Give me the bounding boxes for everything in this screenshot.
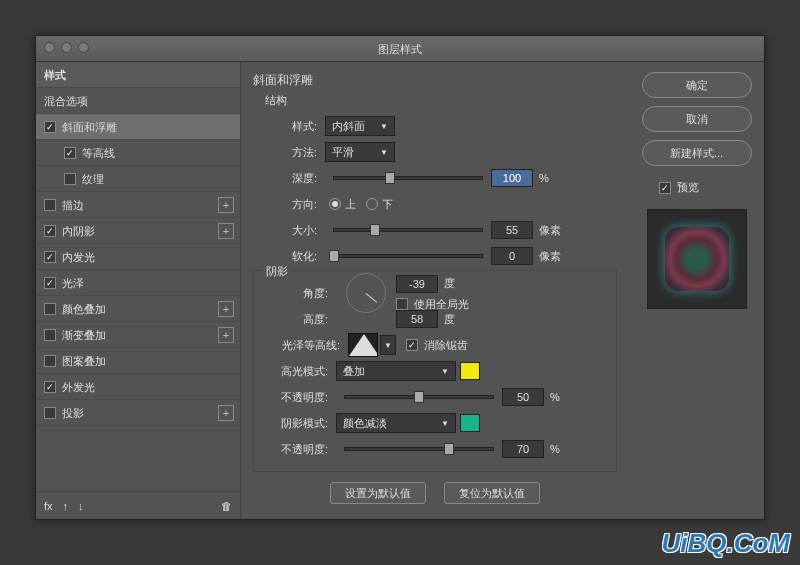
- effect-checkbox[interactable]: [44, 277, 56, 289]
- size-slider[interactable]: [333, 228, 483, 232]
- watermark: UiBQ.CoM: [661, 528, 790, 559]
- new-style-button[interactable]: 新建样式...: [642, 140, 752, 166]
- contour-dropdown[interactable]: ▼: [380, 335, 396, 355]
- preview-checkbox[interactable]: [659, 182, 671, 194]
- effects-sidebar: 样式混合选项斜面和浮雕等高线纹理描边+内阴影+内发光光泽颜色叠加+渐变叠加+图案…: [36, 62, 241, 519]
- arrow-down-icon[interactable]: ↓: [78, 500, 84, 512]
- highlight-opacity-input[interactable]: 50: [502, 388, 544, 406]
- soften-input[interactable]: 0: [491, 247, 533, 265]
- add-effect-icon[interactable]: +: [218, 327, 234, 343]
- effect-item[interactable]: 纹理: [36, 166, 240, 192]
- effect-item[interactable]: 渐变叠加+: [36, 322, 240, 348]
- style-select[interactable]: 内斜面▼: [325, 116, 395, 136]
- trash-icon[interactable]: 🗑: [221, 500, 232, 512]
- add-effect-icon[interactable]: +: [218, 197, 234, 213]
- angle-input[interactable]: -39: [396, 275, 438, 293]
- effect-item[interactable]: 外发光: [36, 374, 240, 400]
- effect-checkbox[interactable]: [44, 251, 56, 263]
- angle-dial[interactable]: [346, 273, 386, 313]
- shadow-mode-select[interactable]: 颜色减淡▼: [336, 413, 456, 433]
- antialias-checkbox[interactable]: [406, 339, 418, 351]
- effect-item[interactable]: 光泽: [36, 270, 240, 296]
- effect-checkbox[interactable]: [64, 173, 76, 185]
- effect-checkbox[interactable]: [44, 381, 56, 393]
- highlight-color-swatch[interactable]: [460, 362, 480, 380]
- effect-label: 光泽: [62, 270, 84, 296]
- highlight-opacity-slider[interactable]: [344, 395, 494, 399]
- add-effect-icon[interactable]: +: [218, 223, 234, 239]
- blend-options[interactable]: 混合选项: [36, 88, 240, 114]
- effect-item[interactable]: 颜色叠加+: [36, 296, 240, 322]
- depth-slider[interactable]: [333, 176, 483, 180]
- direction-up-radio[interactable]: [329, 198, 341, 210]
- shadow-opacity-slider[interactable]: [344, 447, 494, 451]
- contour-picker[interactable]: [348, 333, 378, 357]
- right-panel: 确定 取消 新建样式... 预览: [629, 62, 764, 519]
- global-light-checkbox[interactable]: [396, 298, 408, 310]
- effect-checkbox[interactable]: [44, 407, 56, 419]
- effect-checkbox[interactable]: [44, 121, 56, 133]
- shadow-opacity-input[interactable]: 70: [502, 440, 544, 458]
- titlebar[interactable]: 图层样式: [36, 36, 764, 62]
- altitude-label: 高度:: [264, 312, 328, 327]
- window-controls[interactable]: [44, 42, 89, 53]
- method-select[interactable]: 平滑▼: [325, 142, 395, 162]
- effect-label: 斜面和浮雕: [62, 114, 117, 140]
- chevron-down-icon: ▼: [441, 367, 449, 376]
- effect-item[interactable]: 斜面和浮雕: [36, 114, 240, 140]
- depth-input[interactable]: 100: [491, 169, 533, 187]
- effect-checkbox[interactable]: [44, 355, 56, 367]
- effect-label: 颜色叠加: [62, 296, 106, 322]
- highlight-mode-select[interactable]: 叠加▼: [336, 361, 456, 381]
- cancel-button[interactable]: 取消: [642, 106, 752, 132]
- effect-label: 投影: [62, 400, 84, 426]
- dialog-title: 图层样式: [378, 43, 422, 55]
- fx-label[interactable]: fx: [44, 500, 53, 512]
- effect-item[interactable]: 内阴影+: [36, 218, 240, 244]
- effect-item[interactable]: 图案叠加: [36, 348, 240, 374]
- effect-item[interactable]: 内发光: [36, 244, 240, 270]
- effect-item[interactable]: 投影+: [36, 400, 240, 426]
- main-panel: 斜面和浮雕 结构 样式: 内斜面▼ 方法: 平滑▼ 深度: 100 % 方向: …: [241, 62, 629, 519]
- size-label: 大小:: [253, 223, 317, 238]
- soften-label: 软化:: [253, 249, 317, 264]
- effect-item[interactable]: 描边+: [36, 192, 240, 218]
- effect-label: 内阴影: [62, 218, 95, 244]
- add-effect-icon[interactable]: +: [218, 301, 234, 317]
- effect-checkbox[interactable]: [44, 329, 56, 341]
- structure-title: 结构: [265, 93, 617, 108]
- arrow-up-icon[interactable]: ↑: [63, 500, 69, 512]
- chevron-down-icon: ▼: [384, 341, 392, 350]
- effect-label: 纹理: [82, 166, 104, 192]
- direction-down-radio[interactable]: [366, 198, 378, 210]
- size-input[interactable]: 55: [491, 221, 533, 239]
- effect-checkbox[interactable]: [64, 147, 76, 159]
- effect-checkbox[interactable]: [44, 303, 56, 315]
- effect-checkbox[interactable]: [44, 225, 56, 237]
- effect-label: 渐变叠加: [62, 322, 106, 348]
- reset-default-button[interactable]: 复位为默认值: [444, 482, 540, 504]
- soften-slider[interactable]: [333, 254, 483, 258]
- shading-fieldset: 阴影 角度: -39度 使用全局光 高度: 58 度 光泽等高线:: [253, 270, 617, 472]
- soften-unit: 像素: [539, 249, 561, 264]
- chevron-down-icon: ▼: [380, 122, 388, 131]
- size-unit: 像素: [539, 223, 561, 238]
- shadow-color-swatch[interactable]: [460, 414, 480, 432]
- add-effect-icon[interactable]: +: [218, 405, 234, 421]
- layer-style-dialog: 图层样式 样式混合选项斜面和浮雕等高线纹理描边+内阴影+内发光光泽颜色叠加+渐变…: [35, 35, 765, 520]
- altitude-input[interactable]: 58: [396, 310, 438, 328]
- effect-checkbox[interactable]: [44, 199, 56, 211]
- make-default-button[interactable]: 设置为默认值: [330, 482, 426, 504]
- ok-button[interactable]: 确定: [642, 72, 752, 98]
- effect-label: 内发光: [62, 244, 95, 270]
- method-label: 方法:: [253, 145, 317, 160]
- angle-label: 角度:: [264, 286, 328, 301]
- effect-item[interactable]: 等高线: [36, 140, 240, 166]
- section-heading: 斜面和浮雕: [253, 72, 617, 89]
- styles-header[interactable]: 样式: [36, 62, 240, 88]
- depth-unit: %: [539, 172, 549, 184]
- effect-label: 图案叠加: [62, 348, 106, 374]
- preview-thumbnail: [647, 209, 747, 309]
- shading-title: 阴影: [262, 264, 292, 279]
- sidebar-footer: fx ↑ ↓ 🗑: [36, 491, 240, 519]
